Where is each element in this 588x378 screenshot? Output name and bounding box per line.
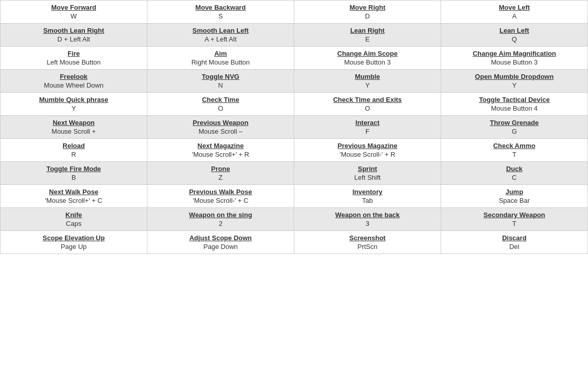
keybind-cell: Toggle Fire ModeB: [1, 162, 147, 185]
action-name: Fire: [5, 50, 143, 57]
action-name: Check Time and Exits: [298, 96, 437, 103]
table-row: Next WeaponMouse Scroll +Previous Weapon…: [1, 116, 588, 139]
action-name: Smooth Lean Left: [151, 27, 290, 34]
key-value: O: [151, 104, 290, 112]
key-value: Left Mouse Button: [5, 58, 143, 66]
action-name: Knife: [5, 211, 143, 219]
key-value: Del: [445, 243, 583, 250]
keybind-cell: ReloadR: [1, 139, 147, 162]
keybind-cell: Check Time and ExitsO: [294, 93, 441, 116]
action-name: Move Right: [298, 4, 437, 11]
action-name: Move Left: [445, 4, 583, 11]
action-name: Smooth Lean Right: [5, 27, 143, 34]
action-name: Toggle NVG: [151, 73, 290, 80]
keybind-cell: Weapon on the back3: [294, 208, 441, 231]
keybind-cell: Weapon on the sing2: [147, 208, 294, 231]
action-name: Secondary Weapon: [445, 211, 583, 219]
action-name: Mumble: [298, 73, 437, 80]
keybind-table: Move ForwardWMove BackwardSMove RightDMo…: [0, 0, 588, 254]
key-value: 3: [298, 220, 437, 227]
keybind-cell: FireLeft Mouse Button: [1, 47, 147, 70]
key-value: PrtScn: [298, 243, 437, 250]
action-name: Duck: [445, 165, 583, 173]
keybind-cell: Check TimeO: [147, 93, 294, 116]
key-value: D: [298, 12, 437, 20]
key-value: Y: [445, 81, 583, 89]
table-row: FireLeft Mouse ButtonAimRight Mouse Butt…: [1, 47, 588, 70]
keybind-cell: MumbleY: [294, 70, 441, 93]
key-value: D + Left Alt: [5, 35, 143, 43]
keybind-cell: Lean RightE: [294, 24, 441, 47]
key-value: Mouse Button 3: [298, 58, 437, 66]
key-value: Q: [445, 35, 583, 43]
key-value: N: [151, 81, 290, 89]
keybind-cell: Toggle Tactical DeviceMouse Button 4: [441, 93, 588, 116]
key-value: R: [5, 151, 143, 158]
table-row: ReloadRNext Magazine'Mouse Scroll+' + RP…: [1, 139, 588, 162]
keybind-cell: Move LeftA: [441, 1, 588, 24]
key-value: G: [445, 128, 583, 135]
action-name: Inventory: [298, 188, 437, 196]
key-value: B: [5, 174, 143, 181]
action-name: Interact: [298, 119, 437, 127]
keybind-cell: Next Magazine'Mouse Scroll+' + R: [147, 139, 294, 162]
keybind-cell: Move RightD: [294, 1, 441, 24]
action-name: Weapon on the back: [298, 211, 437, 219]
key-value: 'Mouse Scroll-' + C: [151, 197, 290, 204]
action-name: Move Backward: [151, 4, 290, 11]
action-name: Freelook: [5, 73, 143, 80]
action-name: Toggle Tactical Device: [445, 96, 583, 103]
keybind-cell: AimRight Mouse Button: [147, 47, 294, 70]
table-row: Next Walk Pose'Mouse Scroll+' + CPreviou…: [1, 185, 588, 208]
action-name: Mumble Quick phrase: [5, 96, 143, 103]
key-value: Z: [151, 174, 290, 181]
keybind-cell: Previous Magazine'Mouse Scroll-' + R: [294, 139, 441, 162]
key-value: Right Mouse Button: [151, 58, 290, 66]
keybind-cell: SprintLeft Shift: [294, 162, 441, 185]
keybind-cell: Change Aim ScopeMouse Button 3: [294, 47, 441, 70]
action-name: Check Time: [151, 96, 290, 103]
action-name: Aim: [151, 50, 290, 57]
action-name: Toggle Fire Mode: [5, 165, 143, 173]
key-value: A: [445, 12, 583, 20]
keybind-cell: ScreenshotPrtScn: [294, 231, 441, 254]
key-value: T: [445, 220, 583, 227]
key-value: W: [5, 12, 143, 20]
keybind-cell: InventoryTab: [294, 185, 441, 208]
keybind-cell: Adjust Scope DownPage Down: [147, 231, 294, 254]
key-value: E: [298, 35, 437, 43]
keybind-cell: Secondary WeaponT: [441, 208, 588, 231]
action-name: Change Aim Scope: [298, 50, 437, 57]
table-row: Toggle Fire ModeBProneZSprintLeft ShiftD…: [1, 162, 588, 185]
action-name: Previous Magazine: [298, 142, 437, 150]
action-name: Screenshot: [298, 234, 437, 242]
key-value: Y: [5, 104, 143, 112]
key-value: Tab: [298, 197, 437, 204]
key-value: 'Mouse Scroll+' + C: [5, 197, 143, 204]
action-name: Change Aim Magnification: [445, 50, 583, 57]
key-value: Mouse Scroll +: [5, 128, 143, 135]
table-row: KnifeCapsWeapon on the sing2Weapon on th…: [1, 208, 588, 231]
keybind-cell: JumpSpace Bar: [441, 185, 588, 208]
key-value: F: [298, 128, 437, 135]
action-name: Prone: [151, 165, 290, 173]
table-row: Move ForwardWMove BackwardSMove RightDMo…: [1, 1, 588, 24]
keybind-cell: FreelookMouse Wheel Down: [1, 70, 147, 93]
keybind-cell: Throw GrenadeG: [441, 116, 588, 139]
keybind-cell: Toggle NVGN: [147, 70, 294, 93]
keybind-cell: Previous WeaponMouse Scroll –: [147, 116, 294, 139]
key-value: 'Mouse Scroll+' + R: [151, 151, 290, 158]
action-name: Scope Elevation Up: [5, 234, 143, 242]
keybind-cell: Smooth Lean RightD + Left Alt: [1, 24, 147, 47]
action-name: Adjust Scope Down: [151, 234, 290, 242]
key-value: C: [445, 174, 583, 181]
action-name: Move Forward: [5, 4, 143, 11]
action-name: Sprint: [298, 165, 437, 173]
key-value: Left Shift: [298, 174, 437, 181]
keybind-cell: InteractF: [294, 116, 441, 139]
keybind-cell: Move BackwardS: [147, 1, 294, 24]
key-value: Mouse Scroll –: [151, 128, 290, 135]
keybind-cell: Lean LeftQ: [441, 24, 588, 47]
key-value: Caps: [5, 220, 143, 227]
keybind-cell: Check AmmoT: [441, 139, 588, 162]
